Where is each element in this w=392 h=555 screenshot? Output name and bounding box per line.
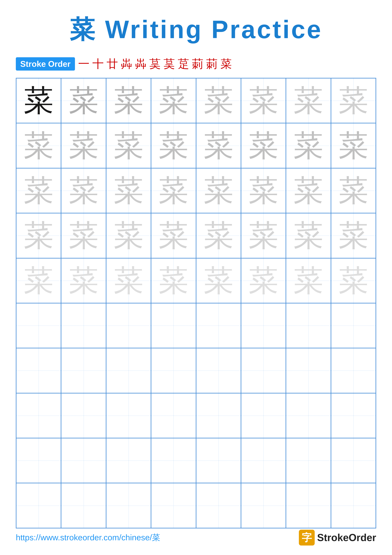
grid-cell-3-8[interactable]: 菜: [331, 168, 376, 213]
grid-cell-9-3[interactable]: [106, 438, 151, 483]
grid-cell-8-3[interactable]: [106, 393, 151, 438]
strokeorder-logo-text: StrokeOrder: [317, 532, 376, 543]
grid-row-2: 菜 菜 菜 菜 菜 菜 菜 菜: [16, 123, 376, 168]
grid-cell-9-6[interactable]: [241, 438, 286, 483]
grid-cell-7-6[interactable]: [241, 348, 286, 393]
grid-cell-5-2[interactable]: 菜: [61, 258, 106, 303]
grid-cell-1-8[interactable]: 菜: [331, 78, 376, 123]
grid-cell-1-6[interactable]: 菜: [241, 78, 286, 123]
grid-cell-10-1[interactable]: [16, 483, 61, 528]
grid-cell-9-4[interactable]: [151, 438, 196, 483]
grid-cell-10-6[interactable]: [241, 483, 286, 528]
grid-cell-7-8[interactable]: [331, 348, 376, 393]
grid-cell-6-3[interactable]: [106, 303, 151, 348]
grid-cell-3-1[interactable]: 菜: [16, 168, 61, 213]
grid-cell-10-8[interactable]: [331, 483, 376, 528]
grid-cell-1-1[interactable]: 菜: [16, 78, 61, 123]
grid-cell-8-2[interactable]: [61, 393, 106, 438]
grid-cell-4-8[interactable]: 菜: [331, 213, 376, 258]
grid-cell-5-6[interactable]: 菜: [241, 258, 286, 303]
footer-url[interactable]: https://www.strokeorder.com/chinese/菜: [16, 532, 160, 543]
grid-cell-1-2[interactable]: 菜: [61, 78, 106, 123]
grid-row-4: 菜 菜 菜 菜 菜 菜 菜 菜: [16, 213, 376, 258]
grid-cell-5-8[interactable]: 菜: [331, 258, 376, 303]
grid-cell-10-4[interactable]: [151, 483, 196, 528]
grid-cell-4-2[interactable]: 菜: [61, 213, 106, 258]
grid-cell-3-7[interactable]: 菜: [286, 168, 331, 213]
grid-cell-2-8[interactable]: 菜: [331, 123, 376, 168]
grid-cell-5-4[interactable]: 菜: [151, 258, 196, 303]
grid-cell-9-5[interactable]: [196, 438, 241, 483]
grid-cell-9-8[interactable]: [331, 438, 376, 483]
footer-logo: 字 StrokeOrder: [299, 530, 376, 546]
grid-cell-4-5[interactable]: 菜: [196, 213, 241, 258]
grid-cell-5-7[interactable]: 菜: [286, 258, 331, 303]
grid-cell-3-6[interactable]: 菜: [241, 168, 286, 213]
grid-cell-7-3[interactable]: [106, 348, 151, 393]
grid-cell-8-1[interactable]: [16, 393, 61, 438]
grid-cell-8-4[interactable]: [151, 393, 196, 438]
grid-cell-2-1[interactable]: 菜: [16, 123, 61, 168]
grid-cell-7-2[interactable]: [61, 348, 106, 393]
grid-cell-6-1[interactable]: [16, 303, 61, 348]
grid-cell-7-7[interactable]: [286, 348, 331, 393]
grid-cell-7-5[interactable]: [196, 348, 241, 393]
grid-cell-4-4[interactable]: 菜: [151, 213, 196, 258]
grid-cell-1-7[interactable]: 菜: [286, 78, 331, 123]
grid-row-9: [16, 438, 376, 483]
stroke-8: 莡: [178, 56, 189, 72]
stroke-4: 芔: [121, 56, 132, 72]
grid-cell-10-7[interactable]: [286, 483, 331, 528]
grid-cell-8-7[interactable]: [286, 393, 331, 438]
page-title: 菜 Writing Practice: [70, 13, 323, 47]
grid-cell-9-1[interactable]: [16, 438, 61, 483]
grid-cell-8-5[interactable]: [196, 393, 241, 438]
grid-cell-2-3[interactable]: 菜: [106, 123, 151, 168]
grid-cell-5-3[interactable]: 菜: [106, 258, 151, 303]
grid-row-10: [16, 483, 376, 528]
grid-cell-4-7[interactable]: 菜: [286, 213, 331, 258]
title-chinese-char: 菜: [70, 15, 96, 44]
grid-cell-6-6[interactable]: [241, 303, 286, 348]
grid-cell-4-3[interactable]: 菜: [106, 213, 151, 258]
grid-cell-9-7[interactable]: [286, 438, 331, 483]
grid-cell-5-5[interactable]: 菜: [196, 258, 241, 303]
grid-cell-1-5[interactable]: 菜: [196, 78, 241, 123]
grid-cell-4-1[interactable]: 菜: [16, 213, 61, 258]
grid-cell-10-5[interactable]: [196, 483, 241, 528]
grid-cell-2-6[interactable]: 菜: [241, 123, 286, 168]
grid-cell-3-4[interactable]: 菜: [151, 168, 196, 213]
stroke-9: 莿: [192, 56, 203, 72]
stroke-7: 茣: [164, 56, 175, 72]
grid-cell-6-5[interactable]: [196, 303, 241, 348]
grid-cell-9-2[interactable]: [61, 438, 106, 483]
grid-cell-10-2[interactable]: [61, 483, 106, 528]
grid-cell-8-6[interactable]: [241, 393, 286, 438]
grid-row-5: 菜 菜 菜 菜 菜 菜 菜 菜: [16, 258, 376, 303]
grid-cell-7-4[interactable]: [151, 348, 196, 393]
grid-cell-8-8[interactable]: [331, 393, 376, 438]
grid-cell-5-1[interactable]: 菜: [16, 258, 61, 303]
grid-row-1: 菜 菜 菜 菜 菜 菜 菜 菜: [16, 78, 376, 123]
grid-cell-3-2[interactable]: 菜: [61, 168, 106, 213]
grid-cell-10-3[interactable]: [106, 483, 151, 528]
grid-cell-3-5[interactable]: 菜: [196, 168, 241, 213]
grid-cell-1-4[interactable]: 菜: [151, 78, 196, 123]
grid-cell-2-4[interactable]: 菜: [151, 123, 196, 168]
grid-cell-7-1[interactable]: [16, 348, 61, 393]
grid-cell-6-4[interactable]: [151, 303, 196, 348]
grid-cell-3-3[interactable]: 菜: [106, 168, 151, 213]
grid-cell-1-3[interactable]: 菜: [106, 78, 151, 123]
grid-cell-4-6[interactable]: 菜: [241, 213, 286, 258]
practice-grid[interactable]: 菜 菜 菜 菜 菜 菜 菜 菜 菜 菜 菜 菜 菜 菜 菜 菜 菜 菜 菜 菜 …: [16, 78, 376, 528]
grid-cell-2-7[interactable]: 菜: [286, 123, 331, 168]
stroke-6: 茣: [149, 56, 161, 72]
stroke-order-row: Stroke Order 一 十 廿 芔 芔 茣 茣 莡 莿 莿 菜: [16, 56, 376, 72]
grid-cell-2-5[interactable]: 菜: [196, 123, 241, 168]
grid-cell-2-2[interactable]: 菜: [61, 123, 106, 168]
grid-cell-6-7[interactable]: [286, 303, 331, 348]
stroke-3: 廿: [107, 56, 118, 72]
grid-row-6: [16, 303, 376, 348]
grid-cell-6-8[interactable]: [331, 303, 376, 348]
grid-cell-6-2[interactable]: [61, 303, 106, 348]
